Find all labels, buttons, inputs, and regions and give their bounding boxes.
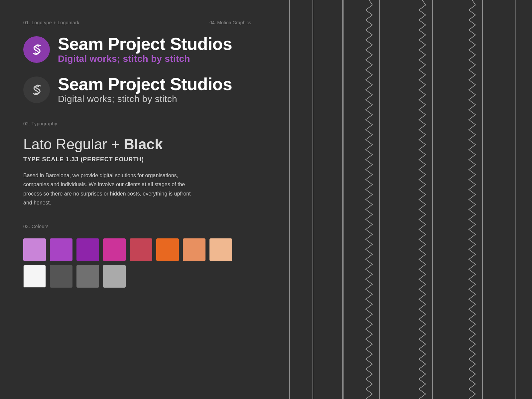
vertical-line-5 bbox=[482, 0, 483, 399]
colour-row-1 bbox=[23, 238, 266, 261]
logo-tagline-dark: Digital works; stitch by stitch bbox=[58, 94, 232, 104]
swatch-light-gray bbox=[103, 265, 126, 288]
vertical-line-1 bbox=[313, 0, 313, 399]
vertical-line-4 bbox=[432, 0, 433, 399]
colour-row-2 bbox=[23, 265, 266, 288]
swatch-peach bbox=[183, 238, 205, 261]
swatch-lavender bbox=[23, 238, 46, 261]
colours-section: 03. Colours bbox=[23, 224, 266, 288]
swatch-orange bbox=[156, 238, 179, 261]
vertical-line-6 bbox=[515, 0, 516, 399]
logo-tagline-purple: Digital works; stitch by stitch bbox=[58, 54, 232, 64]
zigzag-stitch-3-icon bbox=[466, 0, 479, 399]
swatch-purple bbox=[76, 238, 99, 261]
type-heading: Lato Regular + Black bbox=[23, 136, 266, 153]
type-heading-regular: Lato Regular + bbox=[23, 136, 124, 152]
swatch-white bbox=[23, 265, 46, 288]
body-text: Based in Barcelona, we provide digital s… bbox=[23, 171, 196, 207]
swatch-coral-red bbox=[130, 238, 152, 261]
s-logo-dark-icon bbox=[28, 81, 45, 98]
swatch-medium-gray bbox=[76, 265, 99, 288]
svg-point-1 bbox=[28, 81, 45, 98]
swatch-dark-gray bbox=[50, 265, 72, 288]
logo-text-purple: Seam Project Studios Digital works; stit… bbox=[58, 35, 232, 64]
motion-graphics-label: 04. Motion Graphics bbox=[209, 20, 251, 25]
zigzag-stitch-1-icon bbox=[362, 0, 376, 399]
typography-label: 02. Typography bbox=[23, 121, 266, 126]
logotype-section: 01. Logotype + Logomark Seam Project Stu… bbox=[23, 20, 266, 104]
vertical-line-2 bbox=[342, 0, 343, 399]
main-content: 01. Logotype + Logomark Seam Project Stu… bbox=[0, 0, 289, 399]
colours-label: 03. Colours bbox=[23, 224, 266, 229]
logo-title-dark: Seam Project Studios bbox=[58, 75, 232, 94]
zigzag-stitch-2-icon bbox=[416, 0, 429, 399]
swatch-light-peach bbox=[209, 238, 232, 261]
vertical-line-3 bbox=[379, 0, 380, 399]
logo-mark-dark bbox=[23, 76, 50, 103]
logo-text-dark: Seam Project Studios Digital works; stit… bbox=[58, 75, 232, 104]
logo-mark-purple bbox=[23, 36, 50, 63]
logo-variant-purple: Seam Project Studios Digital works; stit… bbox=[23, 35, 266, 64]
type-scale: TYPE SCALE 1.33 (Perfect Fourth) bbox=[23, 156, 266, 163]
svg-point-0 bbox=[28, 41, 45, 58]
typography-section: 02. Typography Lato Regular + Black TYPE… bbox=[23, 121, 266, 207]
stitching-decoration bbox=[289, 0, 532, 399]
type-heading-bold: Black bbox=[124, 136, 163, 152]
swatch-hot-pink bbox=[103, 238, 126, 261]
separator-line bbox=[289, 0, 290, 399]
swatch-medium-purple bbox=[50, 238, 72, 261]
logo-title-purple: Seam Project Studios bbox=[58, 35, 232, 54]
s-logo-purple-icon bbox=[28, 41, 45, 58]
logo-variant-dark: Seam Project Studios Digital works; stit… bbox=[23, 75, 266, 104]
